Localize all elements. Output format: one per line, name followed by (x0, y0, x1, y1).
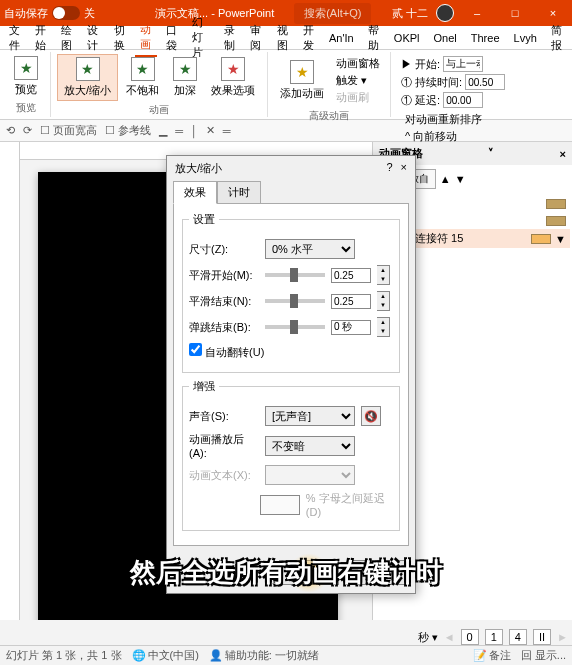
tab-An'In[interactable]: An'In (324, 29, 359, 47)
ribbon-group-advanced: ★ 添加动画 动画窗格 触发 ▾ 动画刷 高级动画 (268, 52, 391, 117)
autosave-toggle[interactable] (52, 6, 80, 20)
bounce-input[interactable] (331, 320, 371, 335)
qat-item[interactable]: ⟲ (6, 124, 15, 137)
spin-up[interactable]: ▲ (377, 266, 389, 275)
text-delay-label: % 字母之间延迟(D) (306, 491, 393, 518)
anim-pane-chevron[interactable]: ˅ (488, 147, 494, 160)
qat-item[interactable]: ═ (175, 125, 183, 137)
slide-counter[interactable]: 幻灯片 第 1 张，共 1 张 (6, 648, 122, 663)
fieldset-enhance: 增强 声音(S): [无声音] 🔇 动画播放后(A): 不变暗 动画文本(X):… (182, 379, 400, 531)
autoreverse-checkbox[interactable]: 自动翻转(U) (189, 343, 264, 360)
tab-开始[interactable]: 开始 (30, 20, 52, 56)
timeline-scroll: 秒 ▾ ◄ 0 1 4 II ► (418, 629, 568, 645)
tab-录制[interactable]: 录制 (219, 20, 241, 56)
anim-darken[interactable]: ★ 加深 (167, 54, 203, 101)
dialog-help-icon[interactable]: ? (386, 161, 392, 176)
duration-label: ① 持续时间: (401, 75, 462, 90)
tab-OKPl[interactable]: OKPl (389, 29, 425, 47)
delay-label: ① 延迟: (401, 93, 440, 108)
display-settings[interactable]: 回 显示... (521, 648, 566, 663)
sound-select[interactable]: [无声音] (265, 406, 355, 426)
anim-pane-close[interactable]: × (560, 148, 566, 160)
autosave-toggle-group: 自动保存 关 (4, 6, 95, 21)
legend-enhance: 增强 (189, 379, 219, 394)
sound-label: 声音(S): (189, 409, 259, 424)
tab-审阅[interactable]: 审阅 (245, 20, 267, 56)
text-delay-input (260, 495, 300, 515)
delay-input[interactable] (443, 92, 483, 108)
qat-item[interactable]: ✕ (206, 124, 215, 137)
qat-item[interactable]: ═ (223, 125, 231, 137)
preview-button[interactable]: ★ 预览 (8, 54, 44, 99)
tab-Onel[interactable]: Onel (429, 29, 462, 47)
smooth-start-slider[interactable] (265, 273, 325, 277)
tab-切换[interactable]: 切换 (109, 20, 131, 56)
tab-简报[interactable]: 简报 (546, 20, 568, 56)
qat-item[interactable]: ☐ 页面宽高 (40, 123, 97, 138)
smooth-end-label: 平滑结束(N): (189, 294, 259, 309)
tab-设计[interactable]: 设计 (82, 20, 104, 56)
ok-button[interactable]: 确定 ↖ (279, 560, 339, 585)
close-button[interactable]: × (538, 7, 568, 19)
effect-options[interactable]: ★ 效果选项 (205, 54, 261, 101)
anim-desaturate[interactable]: ★ 不饱和 (120, 54, 165, 101)
language[interactable]: 🌐中文(中国) (132, 648, 199, 663)
size-select[interactable]: 0% 水平 (265, 239, 355, 259)
smooth-end-input[interactable] (331, 294, 371, 309)
qat-item[interactable]: ☐ 参考线 (105, 123, 151, 138)
spin-down[interactable]: ▼ (377, 301, 389, 310)
timeline-0[interactable]: 0 (461, 629, 479, 645)
spin-down[interactable]: ▼ (377, 275, 389, 284)
maximize-button[interactable]: □ (500, 7, 530, 19)
spin-up[interactable]: ▲ (377, 318, 389, 327)
seconds-dropdown[interactable]: 秒 ▾ (418, 630, 438, 645)
anim-pane-button[interactable]: 动画窗格 (336, 56, 380, 71)
add-animation[interactable]: ★ 添加动画 (274, 54, 330, 107)
tab-绘图[interactable]: 绘图 (56, 20, 78, 56)
bounce-slider[interactable] (265, 325, 325, 329)
start-select[interactable] (443, 56, 483, 72)
bounce-label: 弹跳结束(B): (189, 320, 259, 335)
tab-帮助[interactable]: 帮助 (363, 20, 385, 56)
dialog-close-icon[interactable]: × (401, 161, 407, 176)
star-icon: ★ (173, 57, 197, 81)
tab-Three[interactable]: Three (466, 29, 505, 47)
tab-effect[interactable]: 效果 (173, 181, 217, 204)
tab-口袋[interactable]: 口袋 (161, 20, 183, 56)
cancel-button[interactable]: 取消 (347, 560, 407, 585)
tab-视图[interactable]: 视图 (272, 20, 294, 56)
tab-Lvyh[interactable]: Lvyh (509, 29, 542, 47)
sound-icon-button[interactable]: 🔇 (361, 406, 381, 426)
smooth-start-input[interactable] (331, 268, 371, 283)
smooth-start-label: 平滑开始(M): (189, 268, 259, 283)
spin-down[interactable]: ▼ (377, 327, 389, 336)
anim-grow-shrink[interactable]: ★ 放大/缩小 (57, 54, 118, 101)
tab-动画[interactable]: 动画 (135, 19, 157, 57)
tab-timing[interactable]: 计时 (217, 181, 261, 204)
minimize-button[interactable]: – (462, 7, 492, 19)
timeline-1[interactable]: 1 (485, 629, 503, 645)
animate-text-select (265, 465, 355, 485)
star-icon: ★ (76, 57, 100, 81)
qat-item[interactable]: ▁ (159, 124, 167, 137)
tab-文件[interactable]: 文件 (4, 20, 26, 56)
spin-up[interactable]: ▲ (377, 292, 389, 301)
move-down-icon[interactable]: ▼ (455, 173, 466, 185)
legend-settings: 设置 (189, 212, 219, 227)
notes-button[interactable]: 📝备注 (473, 648, 511, 663)
tab-开发[interactable]: 开发 (298, 20, 320, 56)
trigger-button[interactable]: 触发 ▾ (336, 73, 380, 88)
qat-item[interactable]: │ (191, 125, 198, 137)
user-name[interactable]: 贰 十二 (392, 6, 428, 21)
accessibility[interactable]: 👤辅助功能: 一切就绪 (209, 648, 319, 663)
move-up-icon[interactable]: ▲ (440, 173, 451, 185)
after-select[interactable]: 不变暗 (265, 436, 355, 456)
user-avatar[interactable] (436, 4, 454, 22)
ribbon-group-preview: ★ 预览 预览 (2, 52, 51, 117)
timeline-end[interactable]: II (533, 629, 551, 645)
qat-item[interactable]: ⟳ (23, 124, 32, 137)
duration-input[interactable] (465, 74, 505, 90)
timeline-4[interactable]: 4 (509, 629, 527, 645)
autosave-label: 自动保存 (4, 6, 48, 21)
smooth-end-slider[interactable] (265, 299, 325, 303)
